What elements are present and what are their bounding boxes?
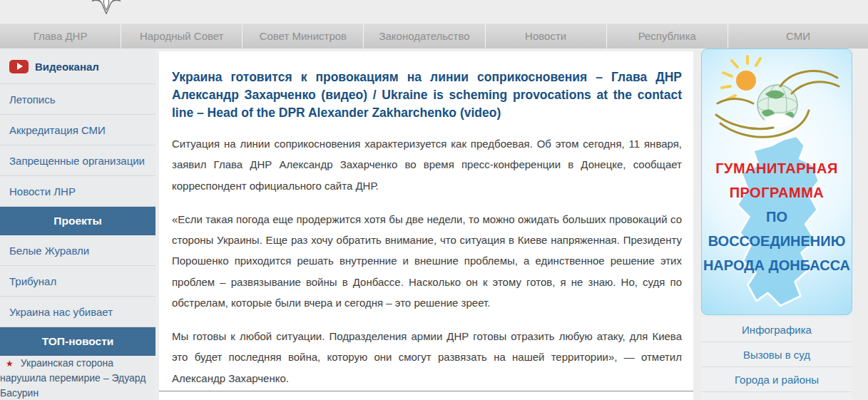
right-sidebar: ГУМАНИТАРНАЯ ПРОГРАММА ПО ВОССОЕДИНЕНИЮ … [701,48,852,400]
coat-of-arms-emblem [91,0,121,16]
article-paragraph: Мы готовы к любой ситуации. Подразделени… [172,326,682,389]
right-link-partial [701,392,852,400]
banner-line-1: ГУМАНИТАРНАЯ [702,156,852,180]
right-link-goroda-i-rayony[interactable]: Города и районы [701,367,852,392]
sidebar-top-news-item[interactable]: ★Украинская сторона нарушила перемирие –… [0,350,145,400]
nav-tab-zakonodatelstvo[interactable]: Законодательство [363,24,484,48]
sidebar-item-akkreditaciya-smi[interactable]: Аккредитация СМИ [0,115,155,145]
right-link-infografika[interactable]: Инфографика [701,317,852,342]
top-news-text: Украинская сторона нарушила перемирие – … [0,357,145,399]
banner-text: ГУМАНИТАРНАЯ ПРОГРАММА ПО ВОССОЕДИНЕНИЮ … [702,156,852,277]
article-divider [159,391,693,391]
site-header [0,0,868,24]
sidebar-item-video-channel[interactable]: Видеоканал [0,49,155,84]
sidebar-item-zapreshchennye-organizacii[interactable]: Запрещенные организации [0,145,155,176]
nav-tab-novosti[interactable]: Новости [485,24,606,48]
sidebar-item-novosti-lnr[interactable]: Новости ЛНР [0,176,155,207]
humanitarian-program-banner[interactable]: ГУМАНИТАРНАЯ ПРОГРАММА ПО ВОССОЕДИНЕНИЮ … [701,48,852,315]
hands-globe-sun-icon [712,55,843,163]
banner-line-2: ПРОГРАММА [702,180,852,205]
main-nav: Глава ДНР Народный Совет Совет Министров… [0,24,868,48]
banner-line-4: НАРОДА ДОНБАССА [702,253,852,277]
right-links: Инфографика Вызовы в суд Города и районы [701,317,852,400]
banner-line-3: ПО ВОССОЕДИНЕНИЮ [702,205,852,253]
star-icon: ★ [6,359,14,369]
sidebar-item-belye-zhuravli[interactable]: Белые Журавли [0,235,155,266]
article-paragraph: Ситуация на линии соприкосновения характ… [172,133,682,196]
nav-tab-sovet-ministrov[interactable]: Совет Министров [242,24,363,48]
play-icon [17,63,23,70]
article: Украина готовится к провокациям на линии… [159,51,693,400]
nav-tab-respublika[interactable]: Республика [606,24,727,48]
nav-tab-glava-dnr[interactable]: Глава ДНР [0,24,121,48]
right-link-vyzovy-v-sud[interactable]: Вызовы в суд [701,342,852,367]
sidebar-item-letopis[interactable]: Летопись [0,84,155,115]
nav-tab-narodny-sovet[interactable]: Народный Совет [121,24,242,48]
article-title: Украина готовится к провокациям на линии… [172,68,682,122]
page: Глава ДНР Народный Совет Совет Министров… [0,0,868,400]
sidebar-item-label: Видеоканал [35,61,99,73]
youtube-icon [9,60,29,73]
sidebar-item-ukraina-nas-ubivaet[interactable]: Украина нас убивает [0,297,155,327]
article-paragraph: «Если такая погода еще продержится хотя … [172,209,682,313]
left-sidebar: Видеоканал Летопись Аккредитация СМИ Зап… [0,49,155,400]
nav-tab-smi[interactable]: СМИ [727,24,868,48]
sidebar-header-proekty[interactable]: Проекты [0,207,155,235]
sidebar-item-tribunal[interactable]: Трибунал [0,266,155,297]
